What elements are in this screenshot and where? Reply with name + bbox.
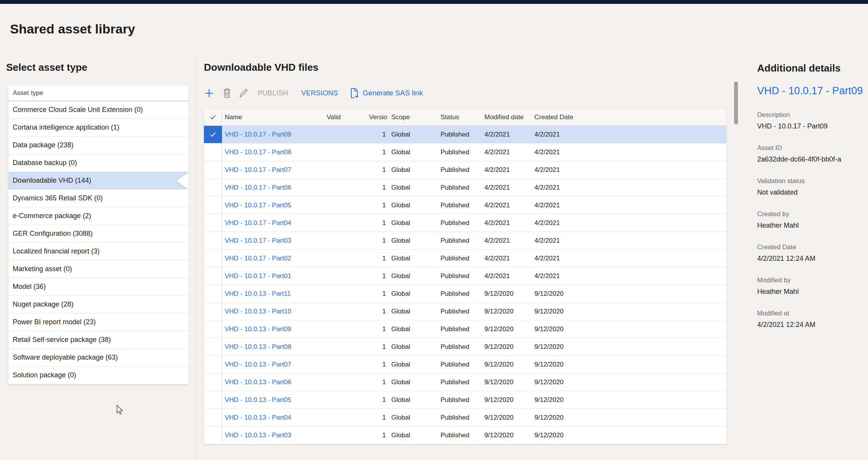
table-row[interactable]: VHD - 10.0.17 - Part071GlobalPublished4/… xyxy=(204,161,726,179)
row-scope: Global xyxy=(387,148,438,156)
asset-type-item[interactable]: Downloadable VHD (144) xyxy=(8,172,189,190)
asset-type-item[interactable]: e-Commerce package (2) xyxy=(8,207,189,225)
row-checkbox[interactable] xyxy=(204,214,222,232)
add-asset-button[interactable] xyxy=(204,88,214,98)
asset-name-link[interactable]: VHD - 10.0.13 - Part09 xyxy=(225,325,291,333)
table-row[interactable]: VHD - 10.0.13 - Part091GlobalPublished9/… xyxy=(204,320,726,338)
row-checkbox[interactable] xyxy=(204,179,222,196)
asset-type-item[interactable]: Model (36) xyxy=(8,278,189,296)
asset-name-link[interactable]: VHD - 10.0.17 - Part09 xyxy=(225,131,291,138)
row-checkbox[interactable] xyxy=(204,356,222,373)
asset-type-item[interactable]: Nuget package (28) xyxy=(8,296,189,313)
table-row[interactable]: VHD - 10.0.13 - Part111GlobalPublished9/… xyxy=(204,285,726,303)
column-header-modified-date[interactable]: Modified date xyxy=(482,113,532,121)
row-checkbox[interactable] xyxy=(204,285,222,302)
table-row[interactable]: VHD - 10.0.17 - Part051GlobalPublished4/… xyxy=(204,197,726,214)
row-checkbox[interactable] xyxy=(204,267,222,285)
row-checkbox[interactable] xyxy=(204,373,222,391)
details-field: Asset ID2a632dde-dc66-4f0f-bb0f-a xyxy=(757,144,868,164)
column-header-version[interactable]: Version xyxy=(369,113,387,121)
versions-button[interactable]: VERSIONS xyxy=(301,89,338,97)
asset-name-link[interactable]: VHD - 10.0.13 - Part03 xyxy=(225,432,291,439)
row-scope: Global xyxy=(387,219,438,227)
asset-name-link[interactable]: VHD - 10.0.17 - Part06 xyxy=(225,184,291,191)
asset-name-link[interactable]: VHD - 10.0.13 - Part06 xyxy=(225,378,291,386)
asset-type-item[interactable]: Marketing asset (0) xyxy=(8,260,189,278)
table-row[interactable]: VHD - 10.0.13 - Part031GlobalPublished9/… xyxy=(204,427,726,444)
table-row[interactable]: VHD - 10.0.17 - Part041GlobalPublished4/… xyxy=(204,214,726,232)
table-row[interactable]: VHD - 10.0.17 - Part011GlobalPublished4/… xyxy=(204,267,726,285)
asset-type-item-label: GER Configuration (3088) xyxy=(13,230,93,237)
row-checkbox[interactable] xyxy=(204,320,222,338)
table-row[interactable]: VHD - 10.0.13 - Part081GlobalPublished9/… xyxy=(204,338,726,356)
asset-type-item[interactable]: Localized financial report (3) xyxy=(8,243,189,260)
asset-type-item[interactable]: Solution package (0) xyxy=(8,367,189,384)
table-row[interactable]: VHD - 10.0.13 - Part041GlobalPublished9/… xyxy=(204,409,726,427)
table-row[interactable]: VHD - 10.0.17 - Part091GlobalPublished4/… xyxy=(204,126,726,143)
asset-name-link[interactable]: VHD - 10.0.17 - Part07 xyxy=(225,166,291,173)
asset-name-link[interactable]: VHD - 10.0.13 - Part05 xyxy=(225,396,291,403)
asset-type-item[interactable]: Data package (238) xyxy=(8,137,189,154)
delete-asset-button[interactable] xyxy=(223,88,231,98)
asset-name-link[interactable]: VHD - 10.0.17 - Part04 xyxy=(225,219,291,227)
table-row[interactable]: VHD - 10.0.13 - Part051GlobalPublished9/… xyxy=(204,391,726,409)
asset-name-link[interactable]: VHD - 10.0.13 - Part08 xyxy=(225,343,291,350)
column-header-created-date[interactable]: Created Date xyxy=(532,113,726,121)
row-created-date: 9/12/2020 xyxy=(532,290,726,298)
asset-name-link[interactable]: VHD - 10.0.13 - Part11 xyxy=(225,290,291,297)
vertical-scrollbar-thumb[interactable] xyxy=(734,82,738,125)
row-checkbox[interactable] xyxy=(204,427,222,444)
table-row[interactable]: VHD - 10.0.17 - Part021GlobalPublished4/… xyxy=(204,250,726,267)
asset-type-item[interactable]: Commerce Cloud Scale Unit Extension (0) xyxy=(8,101,189,119)
row-checkbox[interactable] xyxy=(204,338,222,355)
table-row[interactable]: VHD - 10.0.17 - Part031GlobalPublished4/… xyxy=(204,232,726,250)
column-header-scope[interactable]: Scope xyxy=(387,113,438,121)
select-all-checkbox[interactable] xyxy=(204,109,222,125)
asset-type-item[interactable]: Dynamics 365 Retail SDK (0) xyxy=(8,190,189,207)
row-scope: Global xyxy=(387,131,438,138)
column-header-valid[interactable]: Valid xyxy=(327,113,369,121)
table-row[interactable]: VHD - 10.0.17 - Part061GlobalPublished4/… xyxy=(204,179,726,197)
row-checkbox[interactable] xyxy=(204,409,222,426)
row-checkbox[interactable] xyxy=(204,250,222,267)
edit-asset-button[interactable] xyxy=(239,88,249,98)
row-checkbox[interactable] xyxy=(204,161,222,178)
asset-type-item[interactable]: Retail Self-service package (38) xyxy=(8,331,189,349)
row-version: 1 xyxy=(369,325,387,333)
asset-name-link[interactable]: VHD - 10.0.17 - Part05 xyxy=(225,202,291,209)
publish-button[interactable]: PUBLISH xyxy=(258,89,288,97)
table-row[interactable]: VHD - 10.0.13 - Part101GlobalPublished9/… xyxy=(204,303,726,320)
asset-name-link[interactable]: VHD - 10.0.17 - Part01 xyxy=(225,272,291,280)
row-checkbox[interactable] xyxy=(204,197,222,214)
generate-sas-link-button[interactable]: Generate SAS link xyxy=(363,89,423,97)
asset-name-link[interactable]: VHD - 10.0.13 - Part10 xyxy=(225,308,291,315)
asset-name-link[interactable]: VHD - 10.0.17 - Part02 xyxy=(225,255,291,262)
asset-name-link[interactable]: VHD - 10.0.17 - Part03 xyxy=(225,237,291,244)
row-created-date: 9/12/2020 xyxy=(532,432,726,439)
asset-type-item[interactable]: Cortana intelligence application (1) xyxy=(8,119,189,137)
row-status: Published xyxy=(438,255,482,262)
asset-name-link[interactable]: VHD - 10.0.17 - Part08 xyxy=(225,148,291,156)
column-header-status[interactable]: Status xyxy=(438,113,482,121)
row-status: Published xyxy=(438,184,482,192)
row-version: 1 xyxy=(369,343,387,351)
row-version: 1 xyxy=(369,432,387,439)
asset-type-column-header: Asset type xyxy=(8,85,189,101)
row-version: 1 xyxy=(369,378,387,386)
row-checkbox[interactable] xyxy=(204,126,222,143)
table-row[interactable]: VHD - 10.0.17 - Part081GlobalPublished4/… xyxy=(204,143,726,161)
row-checkbox[interactable] xyxy=(204,143,222,161)
row-checkbox[interactable] xyxy=(204,232,222,249)
row-checkbox[interactable] xyxy=(204,303,222,320)
row-checkbox[interactable] xyxy=(204,391,222,408)
column-header-name[interactable]: Name xyxy=(222,113,327,121)
asset-name-link[interactable]: VHD - 10.0.13 - Part07 xyxy=(225,361,291,368)
asset-type-item[interactable]: GER Configuration (3088) xyxy=(8,225,189,243)
asset-type-item[interactable]: Database backup (0) xyxy=(8,154,189,172)
asset-type-item[interactable]: Software deployable package (63) xyxy=(8,349,189,367)
details-asset-link[interactable]: VHD - 10.0.17 - Part09 xyxy=(757,85,868,97)
asset-type-item[interactable]: Power BI report model (23) xyxy=(8,313,189,331)
table-row[interactable]: VHD - 10.0.13 - Part071GlobalPublished9/… xyxy=(204,356,726,373)
table-row[interactable]: VHD - 10.0.13 - Part061GlobalPublished9/… xyxy=(204,373,726,391)
asset-name-link[interactable]: VHD - 10.0.13 - Part04 xyxy=(225,414,291,421)
